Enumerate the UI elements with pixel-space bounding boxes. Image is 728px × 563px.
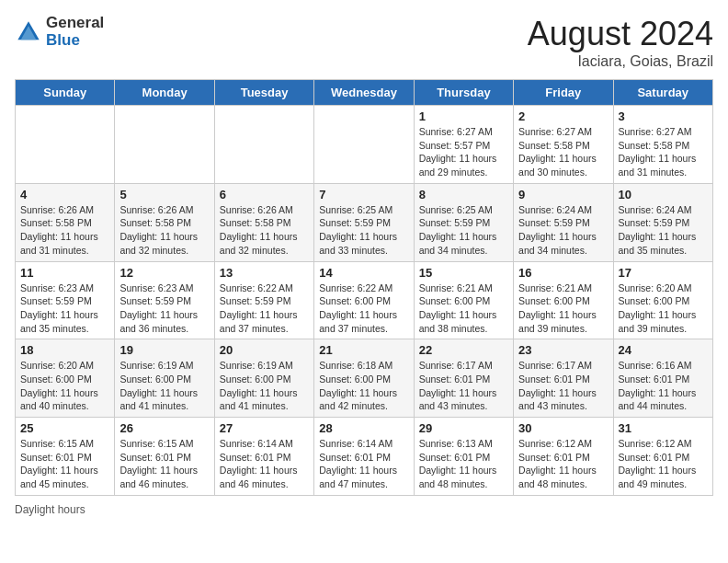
calendar-week-row: 11Sunrise: 6:23 AMSunset: 5:59 PMDayligh… [16, 261, 713, 339]
day-number: 22 [419, 343, 508, 357]
day-header-saturday: Saturday [613, 80, 712, 106]
day-header-tuesday: Tuesday [214, 80, 313, 106]
calendar-cell: 10Sunrise: 6:24 AMSunset: 5:59 PMDayligh… [613, 183, 712, 261]
location-subtitle: Iaciara, Goias, Brazil [528, 53, 713, 70]
calendar-cell: 24Sunrise: 6:16 AMSunset: 6:01 PMDayligh… [613, 339, 712, 418]
day-number: 15 [419, 266, 508, 280]
cell-content: Sunrise: 6:12 AMSunset: 6:01 PMDaylight:… [518, 437, 608, 491]
cell-content: Sunrise: 6:13 AMSunset: 6:01 PMDaylight:… [419, 437, 508, 491]
calendar-week-row: 25Sunrise: 6:15 AMSunset: 6:01 PMDayligh… [16, 418, 713, 496]
cell-content: Sunrise: 6:23 AMSunset: 5:59 PMDaylight:… [20, 282, 109, 336]
calendar-cell: 6Sunrise: 6:26 AMSunset: 5:58 PMDaylight… [214, 183, 313, 261]
calendar-cell: 19Sunrise: 6:19 AMSunset: 6:00 PMDayligh… [115, 339, 214, 418]
cell-content: Sunrise: 6:19 AMSunset: 6:00 PMDaylight:… [220, 359, 309, 413]
day-number: 9 [518, 188, 608, 201]
cell-content: Sunrise: 6:14 AMSunset: 6:01 PMDaylight:… [319, 437, 408, 491]
calendar-cell: 5Sunrise: 6:26 AMSunset: 5:58 PMDaylight… [115, 183, 214, 261]
calendar-cell: 29Sunrise: 6:13 AMSunset: 6:01 PMDayligh… [414, 418, 513, 496]
calendar-cell: 2Sunrise: 6:27 AMSunset: 5:58 PMDaylight… [514, 106, 613, 184]
calendar-header-row: SundayMondayTuesdayWednesdayThursdayFrid… [16, 80, 713, 106]
day-number: 2 [518, 109, 608, 123]
logo-blue: Blue [46, 32, 104, 50]
month-year-title: August 2024 [528, 15, 713, 53]
calendar-cell: 23Sunrise: 6:17 AMSunset: 6:01 PMDayligh… [514, 339, 613, 418]
calendar-cell: 30Sunrise: 6:12 AMSunset: 6:01 PMDayligh… [514, 418, 613, 496]
day-number: 19 [119, 343, 209, 357]
footer: Daylight hours [15, 503, 713, 516]
day-number: 18 [20, 343, 109, 357]
day-number: 23 [518, 343, 608, 357]
day-number: 24 [619, 343, 708, 357]
cell-content: Sunrise: 6:26 AMSunset: 5:58 PMDaylight:… [220, 203, 309, 258]
day-header-sunday: Sunday [16, 80, 115, 106]
day-number: 25 [20, 421, 109, 435]
day-number: 21 [319, 343, 408, 357]
calendar-cell: 11Sunrise: 6:23 AMSunset: 5:59 PMDayligh… [16, 261, 115, 339]
logo-text: General Blue [46, 15, 104, 49]
cell-content: Sunrise: 6:20 AMSunset: 6:00 PMDaylight:… [619, 282, 708, 336]
calendar-cell: 22Sunrise: 6:17 AMSunset: 6:01 PMDayligh… [414, 339, 513, 418]
calendar-cell: 9Sunrise: 6:24 AMSunset: 5:59 PMDaylight… [514, 183, 613, 261]
cell-content: Sunrise: 6:16 AMSunset: 6:01 PMDaylight:… [619, 359, 708, 413]
daylight-hours-label: Daylight hours [15, 503, 85, 516]
calendar-cell: 28Sunrise: 6:14 AMSunset: 6:01 PMDayligh… [314, 418, 414, 496]
logo-icon [15, 18, 42, 46]
cell-content: Sunrise: 6:18 AMSunset: 6:00 PMDaylight:… [319, 359, 408, 413]
day-header-wednesday: Wednesday [314, 80, 414, 106]
calendar-cell: 15Sunrise: 6:21 AMSunset: 6:00 PMDayligh… [414, 261, 513, 339]
calendar-cell: 4Sunrise: 6:26 AMSunset: 5:58 PMDaylight… [16, 183, 115, 261]
day-number: 13 [220, 266, 309, 280]
calendar-cell [16, 106, 115, 184]
calendar-cell: 25Sunrise: 6:15 AMSunset: 6:01 PMDayligh… [16, 418, 115, 496]
cell-content: Sunrise: 6:15 AMSunset: 6:01 PMDaylight:… [20, 437, 109, 491]
cell-content: Sunrise: 6:20 AMSunset: 6:00 PMDaylight:… [20, 359, 109, 413]
calendar-cell: 27Sunrise: 6:14 AMSunset: 6:01 PMDayligh… [214, 418, 313, 496]
calendar-cell [214, 106, 313, 184]
day-number: 3 [619, 109, 708, 123]
day-number: 27 [220, 421, 309, 435]
calendar-cell: 3Sunrise: 6:27 AMSunset: 5:58 PMDaylight… [613, 106, 712, 184]
calendar-week-row: 1Sunrise: 6:27 AMSunset: 5:57 PMDaylight… [16, 106, 713, 184]
calendar-cell [115, 106, 214, 184]
day-number: 8 [419, 188, 508, 201]
day-number: 26 [119, 421, 209, 435]
cell-content: Sunrise: 6:27 AMSunset: 5:58 PMDaylight:… [518, 125, 608, 179]
calendar-cell: 26Sunrise: 6:15 AMSunset: 6:01 PMDayligh… [115, 418, 214, 496]
page-header: General Blue August 2024 Iaciara, Goias,… [15, 15, 713, 70]
title-block: August 2024 Iaciara, Goias, Brazil [528, 15, 713, 70]
day-number: 11 [20, 266, 109, 280]
day-number: 14 [319, 266, 408, 280]
calendar-cell: 17Sunrise: 6:20 AMSunset: 6:00 PMDayligh… [613, 261, 712, 339]
cell-content: Sunrise: 6:17 AMSunset: 6:01 PMDaylight:… [518, 359, 608, 413]
day-number: 4 [20, 188, 109, 201]
cell-content: Sunrise: 6:14 AMSunset: 6:01 PMDaylight:… [220, 437, 309, 491]
cell-content: Sunrise: 6:27 AMSunset: 5:58 PMDaylight:… [619, 125, 708, 179]
calendar-cell: 8Sunrise: 6:25 AMSunset: 5:59 PMDaylight… [414, 183, 513, 261]
calendar-cell: 20Sunrise: 6:19 AMSunset: 6:00 PMDayligh… [214, 339, 313, 418]
logo: General Blue [15, 15, 104, 49]
cell-content: Sunrise: 6:24 AMSunset: 5:59 PMDaylight:… [619, 203, 708, 258]
day-number: 30 [518, 421, 608, 435]
day-number: 5 [119, 188, 209, 201]
day-number: 31 [619, 421, 708, 435]
calendar-cell: 7Sunrise: 6:25 AMSunset: 5:59 PMDaylight… [314, 183, 414, 261]
cell-content: Sunrise: 6:27 AMSunset: 5:57 PMDaylight:… [419, 125, 508, 179]
day-number: 7 [319, 188, 408, 201]
day-number: 16 [518, 266, 608, 280]
calendar-cell: 12Sunrise: 6:23 AMSunset: 5:59 PMDayligh… [115, 261, 214, 339]
calendar-cell: 21Sunrise: 6:18 AMSunset: 6:00 PMDayligh… [314, 339, 414, 418]
calendar-table: SundayMondayTuesdayWednesdayThursdayFrid… [15, 79, 713, 496]
day-number: 29 [419, 421, 508, 435]
calendar-cell: 18Sunrise: 6:20 AMSunset: 6:00 PMDayligh… [16, 339, 115, 418]
day-number: 1 [419, 109, 508, 123]
calendar-cell: 16Sunrise: 6:21 AMSunset: 6:00 PMDayligh… [514, 261, 613, 339]
day-header-monday: Monday [115, 80, 214, 106]
cell-content: Sunrise: 6:26 AMSunset: 5:58 PMDaylight:… [119, 203, 209, 258]
day-number: 20 [220, 343, 309, 357]
cell-content: Sunrise: 6:25 AMSunset: 5:59 PMDaylight:… [319, 203, 408, 258]
calendar-cell [314, 106, 414, 184]
cell-content: Sunrise: 6:24 AMSunset: 5:59 PMDaylight:… [518, 203, 608, 258]
cell-content: Sunrise: 6:21 AMSunset: 6:00 PMDaylight:… [419, 282, 508, 336]
logo-general: General [46, 15, 104, 32]
calendar-cell: 13Sunrise: 6:22 AMSunset: 5:59 PMDayligh… [214, 261, 313, 339]
